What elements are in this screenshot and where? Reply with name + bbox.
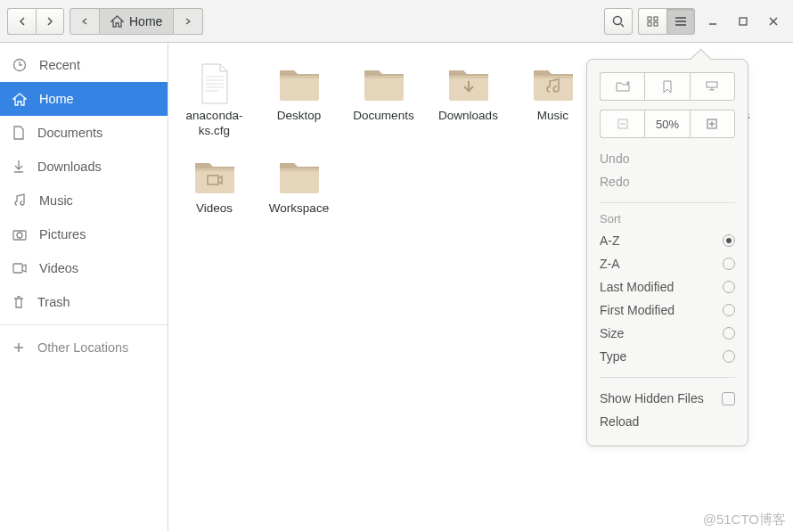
file-item[interactable]: Workspace [257,151,341,217]
radio[interactable] [723,234,735,247]
sidebar-item-other-locations[interactable]: Other Locations [0,331,168,364]
watermark: @51CTO博客 [703,512,786,528]
sidebar-item-recent[interactable]: Recent [0,48,168,82]
sidebar-item-documents[interactable]: Documents [0,116,168,150]
radio[interactable] [723,350,735,363]
svg-rect-2 [648,17,651,20]
clock-icon [12,58,27,72]
checkbox[interactable] [722,392,735,405]
sort-option[interactable]: A-Z [600,229,735,252]
view-grid-button[interactable] [638,8,666,35]
svg-rect-5 [654,22,658,26]
svg-rect-35 [707,119,716,128]
svg-rect-10 [740,18,747,25]
sidebar-item-label: Home [39,92,74,106]
close-icon [769,17,778,26]
svg-line-12 [770,18,777,25]
zoom-in-button[interactable] [690,110,735,138]
file-item[interactable]: anaconda-ks.cfg [172,59,257,139]
file-item[interactable]: Downloads [426,59,511,139]
new-folder-button[interactable] [600,72,644,101]
sidebar-item-home[interactable]: Home [0,82,168,116]
sort-option[interactable]: Z-A [600,252,735,275]
file-label: Workspace [257,201,341,217]
file-item[interactable]: Music [511,59,595,139]
file-label: Downloads [426,109,511,124]
view-group [638,8,695,35]
plus-icon [12,341,25,354]
sort-option[interactable]: Size [600,322,735,345]
sidebar-item-videos[interactable]: Videos [0,251,168,285]
file-item[interactable]: Desktop [257,59,341,139]
menu-reload[interactable]: Reload [600,410,735,433]
file-label: Desktop [257,109,341,124]
view-menu-popover: 50% Undo Redo Sort A-ZZ-ALast ModifiedFi… [586,59,748,446]
folder-icon [172,151,257,201]
radio[interactable] [723,304,735,316]
sidebar-item-downloads[interactable]: Downloads [0,150,168,184]
svg-rect-16 [13,264,22,273]
svg-point-15 [17,233,22,238]
video-icon [12,263,27,274]
headerbar: Home [0,0,793,43]
sidebar: Recent Home Documents Downloads Music Pi… [0,43,168,531]
svg-rect-30 [707,82,717,87]
sort-header: Sort [600,212,735,229]
sort-option[interactable]: First Modified [600,299,735,322]
file-item[interactable]: Documents [341,59,426,139]
zoom-level[interactable]: 50% [644,110,689,138]
file-label: anaconda-ks.cfg [172,109,257,139]
hamburger-menu-button[interactable] [666,8,695,35]
sort-option[interactable]: Type [600,345,735,368]
folder-icon [511,59,595,109]
sidebar-item-label: Downloads [37,160,102,174]
maximize-button[interactable] [731,8,756,35]
folder-icon [257,151,341,201]
bookmark-button[interactable] [644,72,689,101]
sidebar-item-trash[interactable]: Trash [0,285,168,319]
folder-icon [341,59,426,109]
minimize-button[interactable] [700,8,725,35]
svg-point-13 [14,60,26,71]
sidebar-item-music[interactable]: Music [0,184,168,217]
file-label: Music [511,109,595,124]
new-folder-icon [616,80,630,93]
document-icon [12,126,25,140]
svg-line-1 [621,24,624,27]
radio[interactable] [723,327,735,340]
menu-show-hidden[interactable]: Show Hidden Files [600,387,735,410]
sidebar-item-label: Pictures [39,227,86,241]
minus-icon [617,119,628,129]
file-item[interactable]: Videos [172,151,257,217]
sidebar-item-label: Music [39,193,73,208]
sort-option[interactable]: Last Modified [600,275,735,299]
sidebar-item-label: Trash [37,295,70,309]
server-button[interactable] [690,72,735,101]
trash-icon [12,295,25,309]
svg-rect-27 [208,176,218,184]
grid-icon [647,16,659,27]
breadcrumb-label: Home [129,14,162,29]
back-button[interactable] [7,8,36,35]
forward-button[interactable] [36,8,64,35]
radio[interactable] [723,258,735,270]
path-next-button[interactable] [174,8,203,35]
menu-undo[interactable]: Undo [600,147,735,170]
breadcrumb-home[interactable]: Home [100,8,174,35]
camera-icon [12,228,27,241]
radio[interactable] [723,281,735,293]
folder-icon [426,59,511,109]
menu-redo[interactable]: Redo [600,170,735,193]
search-button[interactable] [604,8,633,35]
nav-group [7,8,64,35]
zoom-out-button[interactable] [600,110,644,138]
sidebar-item-pictures[interactable]: Pictures [0,217,168,251]
close-button[interactable] [761,8,786,35]
sidebar-item-label: Other Locations [37,340,128,355]
svg-rect-14 [13,231,26,240]
bookmark-icon [662,80,673,94]
file-label: Videos [172,201,257,217]
plus-icon [707,119,717,129]
svg-rect-33 [618,119,627,128]
path-prev-button[interactable] [69,8,100,35]
